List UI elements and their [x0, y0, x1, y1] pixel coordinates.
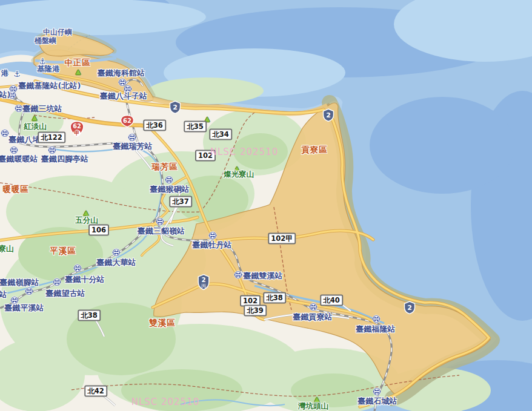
station-label: 臺鐵十分站	[65, 275, 105, 283]
tra-station-icon	[73, 264, 82, 272]
road-number-sign: 北34	[209, 129, 232, 140]
station-label: 臺鐵望古站	[46, 289, 85, 297]
district-label: 瑞芳區	[151, 163, 178, 171]
harbor-label: 基隆港	[37, 65, 60, 73]
station-label: 臺鐵平溪站	[5, 304, 44, 312]
provincial-highway-shield: 2	[322, 108, 334, 122]
station-label: 臺鐵海科館站	[98, 69, 145, 77]
edge-partial-label: 站)	[0, 91, 10, 99]
edge-partial-label: 站	[0, 291, 7, 298]
road-number-sign: 北42	[84, 386, 107, 397]
provincial-highway-shield: 2丙	[198, 274, 210, 291]
road-number-sign: 北40	[320, 295, 343, 306]
provincial-highway-shield: 2	[169, 100, 181, 114]
svg-text:2: 2	[326, 111, 331, 119]
road-number-sign: 106	[88, 225, 109, 236]
map-attribution-watermark: NLSC 202510	[210, 148, 279, 157]
road-number-sign: 北38	[263, 292, 286, 304]
tra-station-icon	[234, 271, 242, 279]
district-label: 中正區	[64, 59, 91, 67]
tra-station-icon	[48, 146, 56, 154]
svg-text:甲: 甲	[75, 130, 80, 136]
station-label: 臺鐵牡丹站	[193, 241, 232, 249]
tra-station-icon	[372, 315, 381, 323]
tra-station-icon	[165, 176, 173, 184]
district-label: 雙溪區	[149, 319, 176, 327]
edge-partial-label: 寮山	[0, 245, 14, 253]
station-label: 臺鐵八斗子站	[100, 92, 147, 100]
svg-text:2: 2	[173, 104, 178, 111]
station-label: 臺鐵石城站	[358, 397, 397, 405]
district-label: 平溪區	[50, 247, 76, 255]
svg-text:62: 62	[73, 123, 81, 130]
station-label: 臺鐵四腳亭站	[41, 155, 88, 163]
mountain-peak-icon: ▲	[32, 114, 37, 121]
mountain-label: 灣坑頭山	[298, 403, 328, 410]
road-number-sign: 102甲	[268, 233, 296, 245]
tra-station-icon	[156, 217, 164, 226]
station-label: 臺鐵暖暖站	[0, 155, 38, 163]
island-label: 桶盤嶼	[35, 37, 56, 44]
mountain-label: 紅淡山	[24, 123, 47, 131]
map-canvas[interactable]: 臺鐵海科館站臺鐵八斗子站臺鐵基隆站(北站)臺鐵三坑站臺鐵八堵站臺鐵暖暖站臺鐵四腳…	[0, 0, 532, 411]
svg-text:2: 2	[407, 304, 412, 312]
svg-text:丙: 丙	[201, 283, 207, 289]
station-label: 臺鐵三貂嶺站	[138, 227, 185, 235]
expressway-shield: 62甲	[70, 120, 85, 138]
road-number-sign: 北39	[244, 305, 267, 317]
tra-station-icon	[1, 129, 9, 137]
station-label: 臺鐵大華站	[97, 258, 136, 266]
tra-station-icon	[25, 287, 33, 295]
map-labels-overlay: 臺鐵海科館站臺鐵八斗子站臺鐵基隆站(北站)臺鐵三坑站臺鐵八堵站臺鐵暖暖站臺鐵四腳…	[0, 0, 532, 411]
road-number-sign: 北36	[143, 120, 166, 131]
provincial-highway-shield: 2	[404, 301, 416, 314]
station-label: 臺鐵三坑站	[23, 105, 62, 113]
station-label: 臺鐵雙溪站	[244, 272, 283, 280]
anchor-icon: ⚓	[39, 58, 46, 65]
tra-station-icon	[15, 104, 23, 113]
tra-station-icon	[373, 387, 381, 396]
district-label: 暖暖區	[2, 185, 29, 194]
tra-station-icon	[10, 146, 18, 154]
expressway-shield: 62	[120, 114, 135, 128]
road-number-sign: 北37	[169, 196, 192, 208]
road-number-sign: 北38	[78, 310, 101, 321]
station-label: 臺鐵瑞芳站	[113, 142, 153, 150]
anchor-icon: ⚓	[13, 70, 21, 78]
island-label: 中山仔嶼	[43, 28, 72, 36]
tra-station-icon	[208, 231, 217, 240]
station-label: 臺鐵基隆站(北站)	[19, 82, 81, 90]
station-label: 臺鐵嶺腳站	[0, 278, 39, 286]
mountain-peak-icon: ▲	[76, 68, 81, 75]
svg-text:2: 2	[201, 276, 205, 283]
mountain-label: 五分山	[75, 217, 98, 225]
edge-partial-label: 港	[1, 70, 9, 77]
svg-text:62: 62	[123, 117, 131, 124]
mountain-label: 燦光寮山	[224, 171, 254, 179]
road-number-sign: 北35	[184, 121, 207, 133]
tra-station-icon	[112, 248, 121, 257]
station-label: 臺鐵猴硐站	[150, 185, 190, 193]
station-label: 臺鐵福隆站	[356, 325, 396, 333]
road-number-sign: 北122	[38, 132, 65, 143]
map-attribution-watermark: NLSC 202510	[131, 398, 200, 407]
tra-station-icon	[309, 303, 318, 311]
station-label: 臺鐵貢寮站	[293, 313, 333, 321]
district-label: 貢寮區	[301, 146, 328, 154]
tra-station-icon	[128, 133, 136, 142]
tra-station-icon	[53, 278, 61, 286]
